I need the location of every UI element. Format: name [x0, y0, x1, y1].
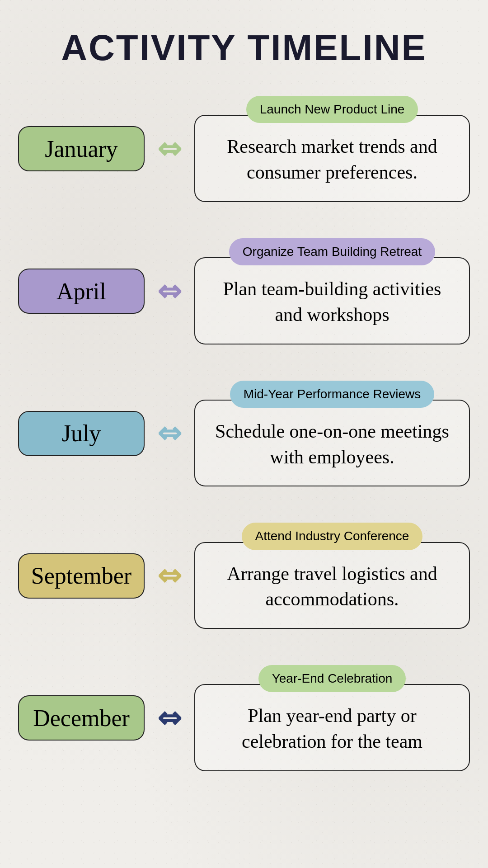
- content-july: Schedule one-on-one meetings with employ…: [194, 400, 470, 486]
- month-july: July: [18, 411, 145, 456]
- right-section-april: Organize Team Building Retreat Plan team…: [194, 238, 470, 344]
- right-section-july: Mid-Year Performance Reviews Schedule on…: [194, 381, 470, 487]
- month-december: December: [18, 695, 145, 741]
- timeline-row: January ⇔ Launch New Product Line Resear…: [18, 96, 470, 202]
- arrow-september: ⇔: [145, 559, 194, 593]
- timeline: January ⇔ Launch New Product Line Resear…: [0, 87, 488, 835]
- month-april: April: [18, 269, 145, 314]
- right-section-december: Year-End Celebration Plan year-end party…: [194, 665, 470, 771]
- content-january: Research market trends and consumer pref…: [194, 115, 470, 202]
- right-section-september: Attend Industry Conference Arrange trave…: [194, 523, 470, 629]
- badge-april: Organize Team Building Retreat: [229, 238, 435, 265]
- arrow-december: ⇔: [145, 701, 194, 735]
- badge-july: Mid-Year Performance Reviews: [230, 381, 435, 408]
- arrow-april: ⇔: [145, 274, 194, 308]
- content-december: Plan year-end party or celebration for t…: [194, 684, 470, 771]
- badge-january: Launch New Product Line: [246, 96, 418, 123]
- content-september: Arrange travel logistics and accommodati…: [194, 542, 470, 629]
- content-april: Plan team-building activities and worksh…: [194, 257, 470, 344]
- month-september: September: [18, 553, 145, 599]
- badge-september: Attend Industry Conference: [242, 523, 423, 550]
- right-section-january: Launch New Product Line Research market …: [194, 96, 470, 202]
- arrow-january: ⇔: [145, 132, 194, 166]
- timeline-row: April ⇔ Organize Team Building Retreat P…: [18, 238, 470, 344]
- timeline-row: December ⇔ Year-End Celebration Plan yea…: [18, 665, 470, 771]
- page-title: ACTIVITY TIMELINE: [0, 0, 488, 87]
- timeline-row: July ⇔ Mid-Year Performance Reviews Sche…: [18, 381, 470, 487]
- arrow-july: ⇔: [145, 416, 194, 450]
- timeline-row: September ⇔ Attend Industry Conference A…: [18, 523, 470, 629]
- badge-december: Year-End Celebration: [258, 665, 406, 692]
- month-january: January: [18, 126, 145, 171]
